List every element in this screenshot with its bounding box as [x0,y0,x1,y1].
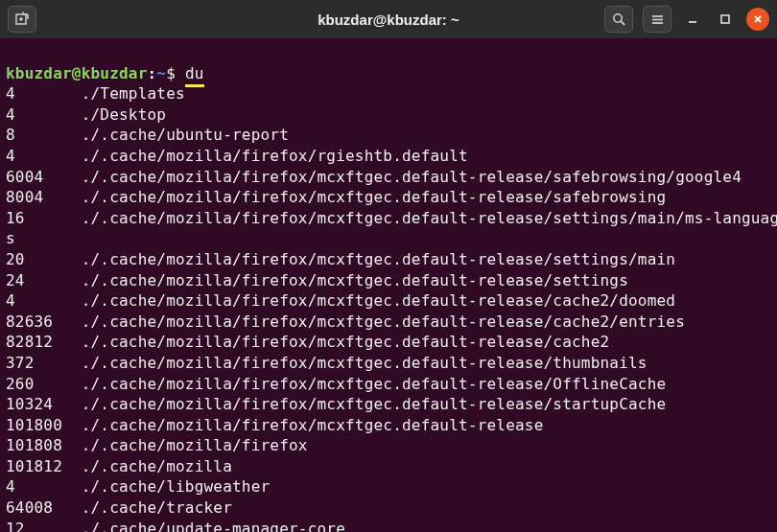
svg-rect-12 [721,15,729,23]
prompt-user-host: kbuzdar@kbuzdar [6,64,148,82]
maximize-button[interactable] [714,8,737,31]
output-rows: 4 ./Templates 4 ./Desktop 8 ./.cache/ubu… [6,83,771,532]
hamburger-icon [650,12,665,27]
minimize-icon [687,13,698,25]
close-icon [752,13,764,25]
svg-line-7 [621,21,624,25]
new-tab-button[interactable] [8,6,36,33]
prompt-path: ~ [156,64,166,82]
titlebar-right [604,6,769,33]
terminal-body[interactable]: kbuzdar@kbuzdar:~$ du 4 ./Templates 4 ./… [0,38,777,532]
search-button[interactable] [604,6,633,33]
close-button[interactable] [746,8,769,31]
titlebar-left [8,6,36,33]
svg-point-6 [613,13,621,21]
titlebar: kbuzdar@kbuzdar: ~ [0,0,777,38]
prompt-sigil: $ [166,64,176,82]
prompt-sep: : [148,64,157,82]
command-text: du [185,64,204,87]
menu-button[interactable] [643,6,671,33]
search-icon [612,12,626,27]
new-tab-icon [14,12,30,27]
maximize-icon [719,13,731,25]
minimize-button[interactable] [681,8,704,31]
